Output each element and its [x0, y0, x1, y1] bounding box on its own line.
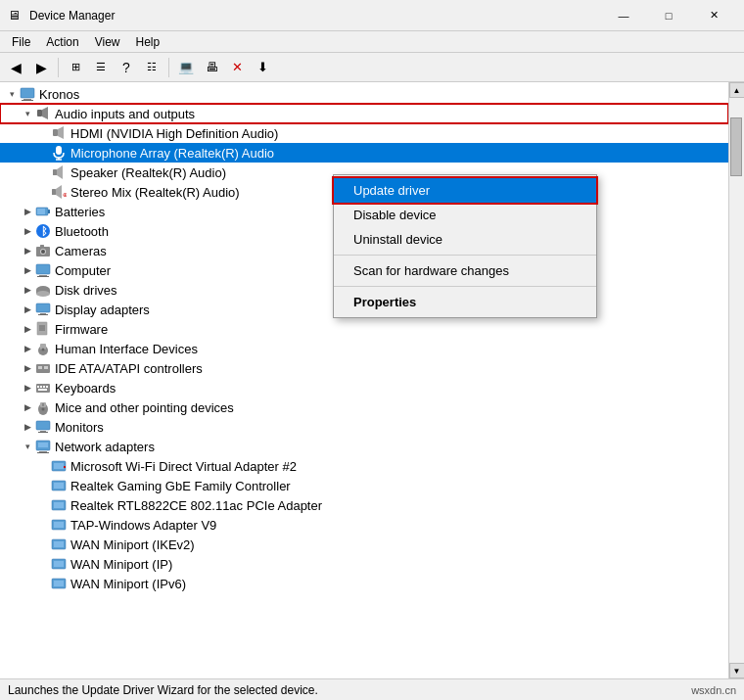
list-view-button[interactable]: ☷ — [140, 56, 163, 79]
svg-rect-70 — [54, 541, 64, 547]
tree-item-tap[interactable]: ▶ TAP-Windows Adapter V9 — [0, 515, 728, 535]
expand-icon-batteries: ▶ — [20, 204, 35, 219]
properties-button[interactable]: ⊞ — [64, 56, 87, 79]
expand-icon-bluetooth: ▶ — [20, 223, 35, 239]
label-cameras: Cameras — [55, 244, 107, 258]
minimize-button[interactable]: — — [601, 0, 646, 31]
tree-item-audio[interactable]: ▾ Audio inputs and outputs — [0, 104, 728, 123]
tree-item-mic[interactable]: ▶ Microphone Array (Realtek(R) Audio — [0, 143, 728, 163]
svg-rect-0 — [21, 88, 34, 98]
svg-rect-68 — [54, 522, 64, 528]
svg-rect-5 — [53, 129, 58, 136]
scroll-thumb[interactable] — [730, 117, 742, 176]
svg-rect-48 — [38, 389, 47, 391]
scroll-down-button[interactable]: ▼ — [729, 663, 745, 678]
icon-ide — [35, 360, 51, 376]
label-computer: Computer — [55, 263, 111, 278]
ctx-properties[interactable]: Properties — [334, 290, 596, 314]
back-button[interactable]: ◀ — [4, 56, 27, 79]
label-speaker: Speaker (Realtek(R) Audio) — [70, 165, 226, 180]
svg-rect-59 — [38, 443, 48, 447]
tree-item-network[interactable]: ▾ Network adapters — [0, 437, 728, 456]
icon-stereo: ⊕ — [51, 184, 67, 200]
svg-rect-3 — [37, 110, 42, 117]
svg-rect-74 — [54, 581, 64, 586]
tree-item-wifi-direct[interactable]: ▶ Microsoft Wi-Fi Direct Virtual Adapter… — [0, 456, 728, 476]
app-icon: 🖥 — [8, 8, 23, 23]
tree-item-monitors[interactable]: ▶ Monitors — [0, 417, 728, 437]
window-title: Device Manager — [29, 9, 601, 23]
ctx-update-driver[interactable]: Update driver — [334, 178, 596, 203]
icon-cameras — [35, 243, 51, 258]
context-menu: Update driver Disable device Uninstall d… — [333, 174, 597, 318]
svg-marker-6 — [58, 126, 64, 139]
svg-rect-61 — [54, 463, 64, 469]
icon-display — [35, 302, 51, 317]
ctx-uninstall-device[interactable]: Uninstall device — [334, 227, 596, 252]
menu-bar: File Action View Help — [0, 31, 744, 53]
menu-action[interactable]: Action — [38, 33, 86, 51]
svg-text:ᛒ: ᛒ — [41, 225, 48, 237]
ctx-sep-1 — [334, 255, 596, 256]
menu-file[interactable]: File — [4, 33, 38, 51]
scroll-track[interactable] — [729, 98, 744, 663]
add-device-button[interactable]: 💻 — [174, 56, 198, 79]
icon-hdmi — [51, 125, 67, 141]
label-stereo: Stereo Mix (Realtek(R) Audio) — [70, 185, 240, 200]
scan-button[interactable]: ⬇ — [251, 56, 274, 79]
scroll-up-button[interactable]: ▲ — [729, 82, 745, 98]
svg-rect-58 — [37, 452, 49, 453]
tree-item-mice[interactable]: ▶ Mice and other pointing devices — [0, 397, 728, 417]
tree-item-kronos[interactable]: ▾ Kronos — [0, 84, 728, 104]
forward-button[interactable]: ▶ — [29, 56, 53, 79]
icon-realtek-gbe — [51, 478, 67, 493]
ctx-scan-hardware[interactable]: Scan for hardware changes — [334, 258, 596, 283]
tree-view[interactable]: ▾ Kronos ▾ Audio inputs and outputs ▶ HD… — [0, 82, 728, 678]
icon-wifi-direct — [51, 458, 67, 474]
svg-rect-10 — [53, 169, 57, 175]
label-hid: Human Interface Devices — [55, 342, 198, 356]
tree-item-hid[interactable]: ▶ Human Interface Devices — [0, 339, 728, 358]
tree-item-wan-ikev2[interactable]: ▶ WAN Miniport (IKEv2) — [0, 535, 728, 554]
tree-item-keyboards[interactable]: ▶ Keyboards — [0, 378, 728, 397]
icon-kronos — [20, 86, 35, 102]
svg-rect-42 — [44, 366, 48, 369]
svg-rect-66 — [54, 502, 64, 508]
maximize-button[interactable]: □ — [646, 0, 691, 31]
expand-icon-display: ▶ — [20, 302, 35, 317]
tree-item-realtek-pcie[interactable]: ▶ Realtek RTL8822CE 802.11ac PCIe Adapte… — [0, 495, 728, 515]
label-wan-ipv6: WAN Miniport (IPv6) — [70, 577, 186, 591]
svg-rect-16 — [48, 210, 50, 213]
uninstall-button[interactable]: ✕ — [225, 56, 249, 79]
tree-item-ide[interactable]: ▶ IDE ATA/ATAPI controllers — [0, 358, 728, 378]
print-button[interactable]: 🖶 — [200, 56, 223, 79]
label-tap: TAP-Windows Adapter V9 — [70, 518, 216, 533]
icon-firmware — [35, 321, 51, 337]
svg-rect-41 — [38, 366, 42, 369]
close-button[interactable]: ✕ — [691, 0, 736, 31]
tree-item-realtek-gbe[interactable]: ▶ Realtek Gaming GbE Family Controller — [0, 476, 728, 495]
tree-item-hdmi[interactable]: ▶ HDMI (NVIDIA High Definition Audio) — [0, 123, 728, 143]
icon-disk — [35, 282, 51, 298]
svg-rect-47 — [46, 386, 48, 388]
icon-mic — [51, 145, 67, 161]
svg-rect-12 — [52, 189, 56, 195]
svg-rect-46 — [43, 386, 45, 388]
ctx-disable-device[interactable]: Disable device — [334, 203, 596, 227]
tree-item-wan-ip[interactable]: ▶ WAN Miniport (IP) — [0, 554, 728, 574]
label-wan-ikev2: WAN Miniport (IKEv2) — [70, 537, 195, 552]
svg-marker-13 — [56, 185, 62, 199]
icon-network — [35, 439, 51, 454]
update-driver-toolbar[interactable]: ☰ — [89, 56, 113, 79]
menu-view[interactable]: View — [87, 33, 128, 51]
label-monitors: Monitors — [55, 420, 104, 435]
tree-item-wan-ipv6[interactable]: ▶ WAN Miniport (IPv6) — [0, 574, 728, 593]
tree-item-firmware[interactable]: ▶ Firmware — [0, 319, 728, 339]
scrollbar[interactable]: ▲ ▼ — [728, 82, 744, 678]
label-mic: Microphone Array (Realtek(R) Audio — [70, 146, 274, 161]
svg-rect-17 — [37, 209, 45, 214]
svg-point-39 — [42, 349, 45, 351]
help-button[interactable]: ? — [115, 56, 138, 79]
brand-label: wsxdn.cn — [691, 684, 736, 696]
menu-help[interactable]: Help — [128, 33, 168, 51]
